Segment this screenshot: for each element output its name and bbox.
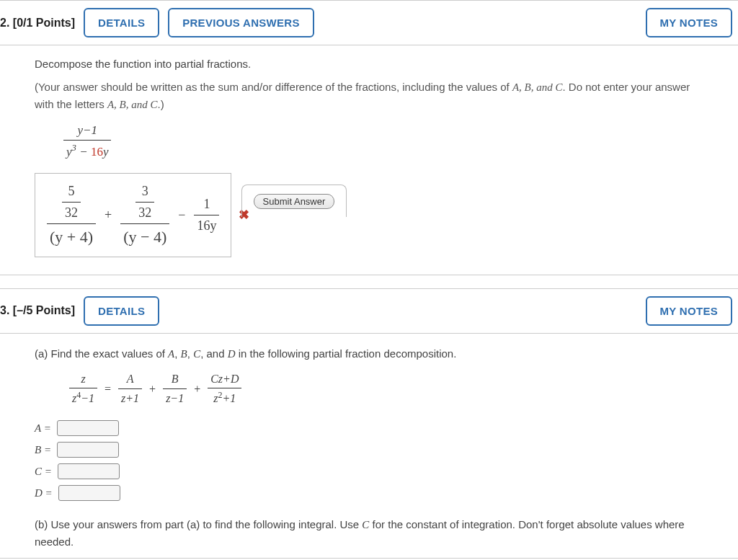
input-C[interactable] bbox=[58, 463, 120, 479]
my-notes-button[interactable]: MY NOTES bbox=[646, 8, 732, 37]
question-2-header: 2. [0/1 Points] DETAILS PREVIOUS ANSWERS… bbox=[0, 1, 738, 45]
input-A[interactable] bbox=[57, 420, 119, 436]
question-3: 3. [–/5 Points] DETAILS MY NOTES (a) Fin… bbox=[0, 288, 738, 559]
student-answer-row: 5 32 (y + 4) + 3 32 (y − 4) bbox=[35, 173, 249, 257]
instruction-line-2: (Your answer should be written as the su… bbox=[35, 79, 709, 113]
input-D-row: D = bbox=[35, 484, 709, 502]
expr-denominator: y3 − 16y bbox=[63, 141, 111, 161]
label-A: A = bbox=[35, 419, 51, 437]
label-B: B = bbox=[35, 441, 51, 458]
answer-term-3: 1 16y bbox=[194, 194, 219, 236]
previous-answers-button[interactable]: PREVIOUS ANSWERS bbox=[168, 8, 314, 37]
question-2-body: Decompose the function into partial frac… bbox=[0, 45, 738, 275]
submit-panel: Submit Answer bbox=[241, 185, 347, 217]
part-b-text: (b) Use your answers from part (a) to fi… bbox=[35, 516, 709, 551]
expr-numerator: y−1 bbox=[63, 120, 111, 141]
details-button[interactable]: DETAILS bbox=[84, 296, 159, 326]
decomposition-expression: z z4−1 = A z+1 + B z−1 + Cz+D z2+1 bbox=[69, 370, 709, 409]
question-3-body: (a) Find the exact values of A, B, C, an… bbox=[0, 334, 738, 551]
input-D[interactable] bbox=[58, 485, 120, 501]
label-D: D = bbox=[35, 484, 53, 502]
student-answer-box[interactable]: 5 32 (y + 4) + 3 32 (y − 4) bbox=[35, 173, 231, 257]
part-a-text: (a) Find the exact values of A, B, C, an… bbox=[35, 345, 709, 363]
input-B-row: B = bbox=[35, 441, 709, 458]
question-2-number: 2. [0/1 Points] bbox=[0, 17, 75, 30]
answer-term-2: 3 32 (y − 4) bbox=[120, 181, 169, 249]
answer-term-1: 5 32 (y + 4) bbox=[47, 181, 96, 249]
details-button[interactable]: DETAILS bbox=[84, 8, 159, 37]
question-2: 2. [0/1 Points] DETAILS PREVIOUS ANSWERS… bbox=[0, 0, 738, 275]
question-3-header: 3. [–/5 Points] DETAILS MY NOTES bbox=[0, 289, 738, 334]
original-expression: y−1 y3 − 16y bbox=[63, 120, 709, 161]
instruction-line-1: Decompose the function into partial frac… bbox=[35, 55, 709, 73]
submit-answer-button[interactable]: Submit Answer bbox=[254, 194, 335, 209]
input-A-row: A = bbox=[35, 419, 709, 437]
minus-operator: − bbox=[175, 205, 188, 226]
plus-operator: + bbox=[102, 205, 115, 226]
question-3-number: 3. [–/5 Points] bbox=[0, 304, 75, 317]
input-B[interactable] bbox=[57, 442, 119, 458]
input-C-row: C = bbox=[35, 463, 709, 480]
my-notes-button[interactable]: MY NOTES bbox=[646, 296, 732, 326]
label-C: C = bbox=[35, 463, 52, 480]
